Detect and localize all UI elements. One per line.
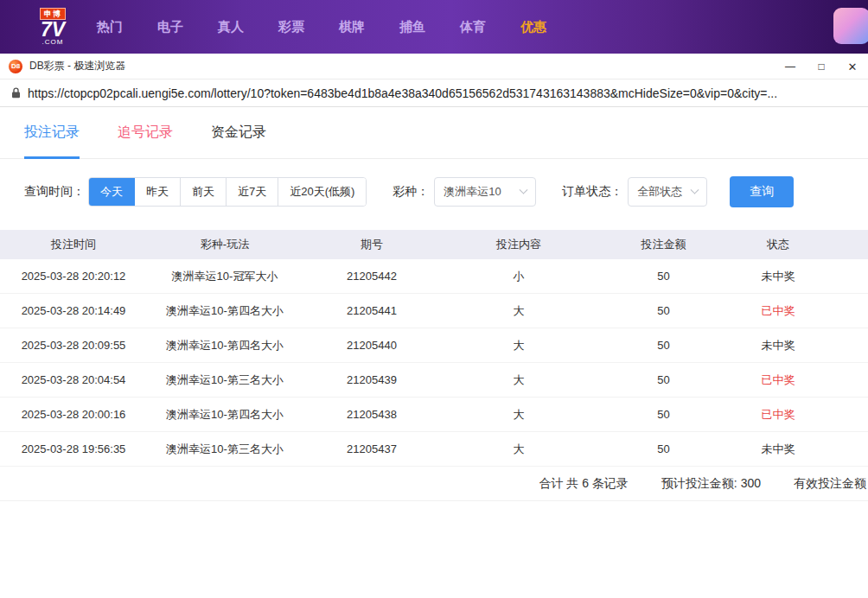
summary-valid-amount: 有效投注金额 bbox=[794, 476, 866, 492]
cell-game: 澳洲幸运10-第四名大小 bbox=[147, 338, 303, 353]
table-row: 2025-03-28 20:04:54 澳洲幸运10-第三名大小 2120543… bbox=[0, 363, 868, 398]
lottery-filter-label: 彩种： bbox=[393, 184, 429, 200]
chevron-down-icon bbox=[691, 185, 699, 194]
cell-time: 2025-03-28 20:14:49 bbox=[0, 304, 147, 317]
summary-expected-amount: 预计投注金额: 300 bbox=[661, 476, 761, 492]
lottery-select[interactable]: 澳洲幸运10 bbox=[434, 177, 536, 207]
cell-status: 未中奖 bbox=[731, 269, 826, 284]
window-controls: — □ ✕ bbox=[775, 54, 868, 80]
cell-issue: 21205438 bbox=[303, 408, 441, 421]
cell-game: 澳洲幸运10-第四名大小 bbox=[147, 303, 303, 319]
cell-status: 已中奖 bbox=[731, 303, 826, 319]
table-summary: 合计 共 6 条记录 预计投注金额: 300 有效投注金额 bbox=[0, 467, 868, 501]
header-bet-time: 投注时间 bbox=[0, 237, 147, 252]
nav-item-fishing[interactable]: 捕鱼 bbox=[399, 19, 425, 35]
cell-content: 大 bbox=[441, 338, 597, 353]
nav-item-electronic[interactable]: 电子 bbox=[157, 19, 183, 35]
cell-game: 澳洲幸运10-第四名大小 bbox=[147, 407, 303, 423]
nav-item-live[interactable]: 真人 bbox=[218, 19, 244, 35]
cell-content: 大 bbox=[441, 372, 597, 388]
time-option-yesterday[interactable]: 昨天 bbox=[135, 178, 181, 206]
cell-status: 未中奖 bbox=[731, 442, 826, 457]
cell-amount: 50 bbox=[597, 270, 731, 283]
order-status-select[interactable]: 全部状态 bbox=[628, 177, 707, 207]
cell-amount: 50 bbox=[597, 373, 731, 386]
filter-bar: 查询时间： 今天 昨天 前天 近7天 近20天(低频) 彩种： 澳洲幸运10 订… bbox=[0, 175, 868, 209]
close-button[interactable]: ✕ bbox=[837, 54, 868, 80]
tab-bet-records[interactable]: 投注记录 bbox=[24, 107, 80, 158]
cell-issue: 21205437 bbox=[303, 442, 441, 455]
header-status: 状态 bbox=[731, 237, 826, 252]
order-status-label: 订单状态： bbox=[562, 184, 622, 200]
nav-item-sports[interactable]: 体育 bbox=[460, 19, 486, 35]
header-bet-content: 投注内容 bbox=[441, 237, 597, 252]
time-option-today[interactable]: 今天 bbox=[89, 178, 135, 206]
search-button[interactable]: 查询 bbox=[730, 176, 794, 207]
header-issue: 期号 bbox=[303, 237, 441, 252]
table-row: 2025-03-28 20:09:55 澳洲幸运10-第四名大小 2120544… bbox=[0, 328, 868, 363]
cell-content: 大 bbox=[441, 303, 597, 319]
top-nav: 热门 电子 真人 彩票 棋牌 捕鱼 体育 优惠 bbox=[97, 19, 546, 35]
cell-amount: 50 bbox=[597, 408, 731, 421]
header-bet-amount: 投注金额 bbox=[597, 237, 731, 252]
cell-amount: 50 bbox=[597, 442, 731, 455]
site-logo[interactable]: 申博 7V .COM bbox=[40, 8, 66, 46]
cell-status: 已中奖 bbox=[731, 372, 826, 388]
cell-time: 2025-03-28 20:04:54 bbox=[0, 373, 147, 386]
maximize-button[interactable]: □ bbox=[806, 54, 837, 80]
bets-table: 投注时间 彩种-玩法 期号 投注内容 投注金额 状态 2025-03-28 20… bbox=[0, 230, 868, 501]
header-game-play: 彩种-玩法 bbox=[147, 237, 303, 252]
cell-issue: 21205442 bbox=[303, 270, 441, 283]
cell-game: 澳洲幸运10-第三名大小 bbox=[147, 372, 303, 388]
cell-status: 已中奖 bbox=[731, 407, 826, 423]
cell-content: 大 bbox=[441, 442, 597, 457]
url-input[interactable]: https://ctopcp02pcali.uengi5e.com/lotter… bbox=[28, 86, 868, 100]
minimize-icon: — bbox=[785, 60, 795, 73]
tab-chase-records[interactable]: 追号记录 bbox=[118, 107, 173, 158]
browser-app-icon: D8 bbox=[9, 60, 22, 73]
cell-issue: 21205441 bbox=[303, 304, 441, 317]
close-icon: ✕ bbox=[848, 60, 858, 73]
logo-text: 7V bbox=[41, 20, 65, 39]
minimize-button[interactable]: — bbox=[775, 54, 806, 80]
nav-item-hot[interactable]: 热门 bbox=[97, 19, 123, 35]
nav-item-lottery[interactable]: 彩票 bbox=[278, 19, 304, 35]
avatar[interactable] bbox=[833, 8, 868, 44]
time-option-20days[interactable]: 近20天(低频) bbox=[278, 178, 366, 206]
tab-fund-records[interactable]: 资金记录 bbox=[211, 107, 266, 158]
table-row: 2025-03-28 20:20:12 澳洲幸运10-冠军大小 21205442… bbox=[0, 259, 868, 294]
maximize-icon: □ bbox=[818, 60, 824, 73]
order-status-value: 全部状态 bbox=[637, 184, 682, 200]
cell-time: 2025-03-28 20:00:16 bbox=[0, 408, 147, 421]
cell-issue: 21205440 bbox=[303, 339, 441, 352]
time-filter-group: 今天 昨天 前天 近7天 近20天(低频) bbox=[88, 177, 367, 207]
logo-suffix: .COM bbox=[42, 39, 64, 46]
table-row: 2025-03-28 20:14:49 澳洲幸运10-第四名大小 2120544… bbox=[0, 294, 868, 328]
cell-time: 2025-03-28 20:09:55 bbox=[0, 339, 147, 352]
promo-topbar: 申博 7V .COM 热门 电子 真人 彩票 棋牌 捕鱼 体育 优惠 bbox=[0, 0, 868, 54]
cell-time: 2025-03-28 20:20:12 bbox=[0, 270, 147, 283]
cell-game: 澳洲幸运10-冠军大小 bbox=[147, 269, 303, 284]
cell-amount: 50 bbox=[597, 339, 731, 352]
time-option-7days[interactable]: 近7天 bbox=[227, 178, 278, 206]
nav-item-board[interactable]: 棋牌 bbox=[339, 19, 365, 35]
cell-time: 2025-03-28 19:56:35 bbox=[0, 442, 147, 455]
nav-item-promo[interactable]: 优惠 bbox=[520, 19, 546, 35]
chevron-down-icon bbox=[520, 185, 528, 194]
cell-content: 小 bbox=[441, 269, 597, 284]
time-filter-label: 查询时间： bbox=[24, 184, 85, 200]
cell-game: 澳洲幸运10-第三名大小 bbox=[147, 442, 303, 457]
record-tabs: 投注记录 追号记录 资金记录 bbox=[0, 107, 868, 159]
time-option-day-before[interactable]: 前天 bbox=[181, 178, 227, 206]
table-header-row: 投注时间 彩种-玩法 期号 投注内容 投注金额 状态 bbox=[0, 230, 868, 259]
table-row: 2025-03-28 19:56:35 澳洲幸运10-第三名大小 2120543… bbox=[0, 432, 868, 467]
cell-content: 大 bbox=[441, 407, 597, 423]
cell-amount: 50 bbox=[597, 304, 731, 317]
browser-titlebar: D8 DB彩票 - 极速浏览器 — □ ✕ bbox=[0, 54, 868, 80]
address-bar: https://ctopcp02pcali.uengi5e.com/lotter… bbox=[0, 80, 868, 107]
lottery-select-value: 澳洲幸运10 bbox=[444, 184, 501, 200]
cell-issue: 21205439 bbox=[303, 373, 441, 386]
window-title: DB彩票 - 极速浏览器 bbox=[29, 59, 125, 73]
lock-icon bbox=[11, 87, 21, 99]
table-row: 2025-03-28 20:00:16 澳洲幸运10-第四名大小 2120543… bbox=[0, 398, 868, 432]
